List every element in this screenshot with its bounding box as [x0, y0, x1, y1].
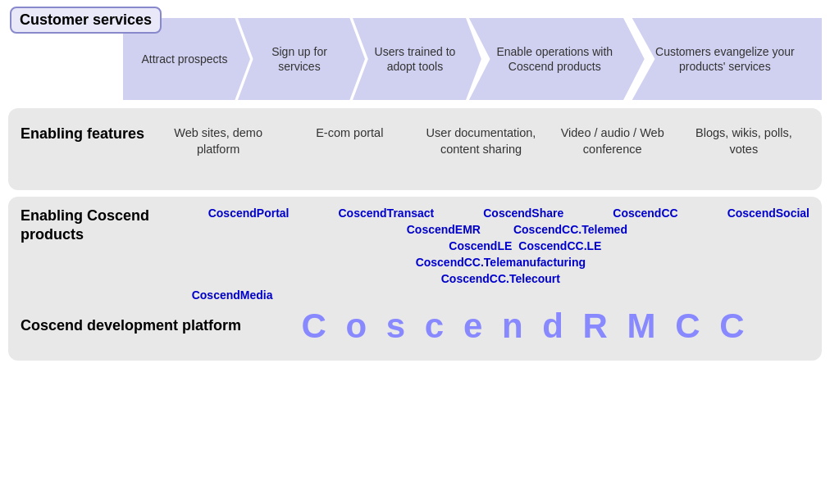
- products-row-3: CoscendLE CoscendCC.LE: [192, 239, 809, 252]
- rmcc-title: C o s c e n d R M C C: [241, 306, 809, 346]
- arrows-row: Attract prospects Sign up for services U…: [123, 18, 822, 100]
- product-coscendemr[interactable]: CoscendEMR: [407, 223, 481, 236]
- feature-ecom: E-com portal: [284, 120, 415, 162]
- middle-section: Enabling features Web sites, demo platfo…: [0, 108, 830, 190]
- products-row-5: CoscendCC.Telecourt: [192, 272, 809, 285]
- bottom-bg: Enabling Coscend products CoscendPortal …: [8, 197, 822, 361]
- feature-websites: Web sites, demo platform: [153, 120, 284, 162]
- product-coscendtransact[interactable]: CoscendTransact: [339, 207, 435, 220]
- enabling-features-label: Enabling features: [21, 120, 144, 143]
- product-coscendmedia[interactable]: CoscendMedia: [192, 288, 273, 302]
- top-section: Customer services Attract prospects Sign…: [0, 0, 830, 100]
- arrow-enable: Enable operations with Coscend products: [469, 18, 645, 100]
- dev-platform-section: Coscend development platform C o s c e n…: [21, 306, 809, 346]
- arrow-evangelize: Customers evangelize your products' serv…: [632, 18, 822, 100]
- feature-video: Video / audio / Web conference: [547, 120, 678, 162]
- enabling-features-bg: Enabling features Web sites, demo platfo…: [8, 108, 822, 190]
- product-coscendportal[interactable]: CoscendPortal: [208, 207, 290, 220]
- product-cosoendsocial[interactable]: CoscendSocial: [727, 207, 809, 220]
- arrow-signup: Sign up for services: [238, 18, 365, 100]
- enabling-products-label: Enabling Coscend products: [21, 207, 184, 245]
- bottom-section: Enabling Coscend products CoscendPortal …: [0, 197, 830, 361]
- product-coscendcc-le[interactable]: CoscendCC.LE: [518, 239, 601, 252]
- arrow-trained: Users trained to adopt tools: [353, 18, 481, 100]
- dev-platform-label: Coscend development platform: [21, 316, 241, 335]
- product-coscendcc-telemed[interactable]: CoscendCC.Telemed: [513, 223, 627, 236]
- customer-services-label: Customer services: [10, 7, 162, 34]
- products-row-4: CoscendCC.Telemanufacturing: [192, 256, 809, 269]
- products-row-2: CoscendEMR CoscendCC.Telemed: [192, 223, 809, 236]
- products-grid: CoscendPortal CoscendTransact CoscendSha…: [192, 207, 809, 302]
- bottom-top-row: Enabling Coscend products CoscendPortal …: [21, 207, 809, 302]
- feature-userdoc: User documentation, content sharing: [415, 120, 546, 162]
- products-row-1: CoscendPortal CoscendTransact CoscendSha…: [192, 207, 809, 220]
- features-content: Web sites, demo platform E-com portal Us…: [153, 120, 809, 162]
- product-coscendcc[interactable]: CoscendCC: [613, 207, 677, 220]
- product-coscendshare[interactable]: CoscendShare: [483, 207, 563, 220]
- product-coscendle[interactable]: CoscendLE: [449, 239, 512, 252]
- main-container: Customer services Attract prospects Sign…: [0, 0, 830, 504]
- product-coscendcc-telecourt[interactable]: CoscendCC.Telecourt: [441, 272, 560, 285]
- products-row-6: CoscendMedia: [192, 288, 809, 302]
- feature-blogs: Blogs, wikis, polls, votes: [678, 120, 809, 162]
- product-coscendcc-telemanufacturing[interactable]: CoscendCC.Telemanufacturing: [416, 256, 586, 269]
